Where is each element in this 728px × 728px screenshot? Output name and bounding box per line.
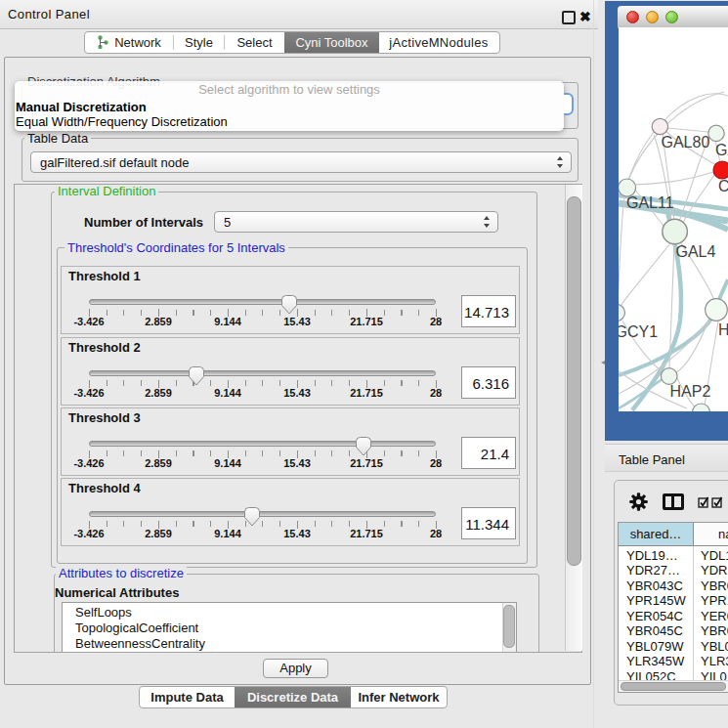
svg-text:GCY1: GCY1	[619, 323, 658, 340]
svg-text:GAL80: GAL80	[662, 134, 710, 150]
svg-text:H: H	[718, 321, 728, 338]
svg-text:GA: GA	[715, 142, 728, 158]
svg-text:HAP2: HAP2	[670, 383, 711, 400]
svg-text:GAL11: GAL11	[626, 194, 674, 211]
svg-text:CD: CD	[718, 178, 728, 194]
svg-text:GAL4: GAL4	[676, 243, 716, 260]
